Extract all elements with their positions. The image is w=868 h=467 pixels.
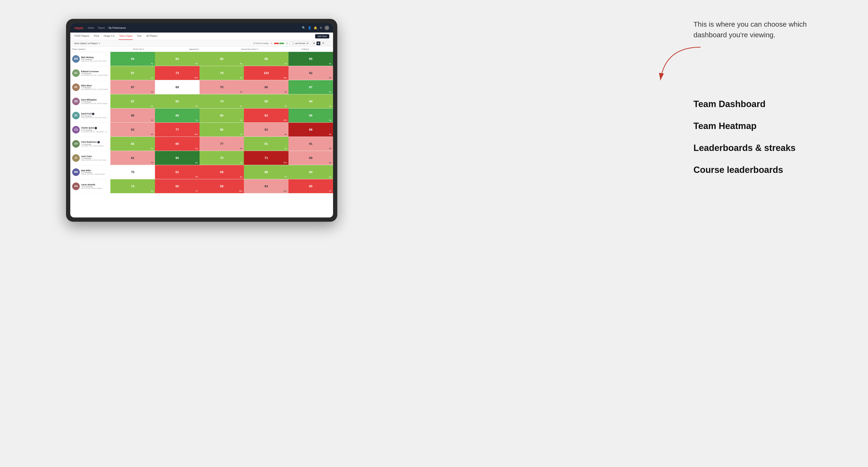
stat-change: 4▲ — [151, 63, 154, 64]
player-info: CQ Charlie Quick✓ 6-10 Handicap St. Geor… — [70, 123, 111, 136]
sub-nav: PGAT Players PGA Hcaps 1-5 Team Clippd T… — [70, 33, 333, 40]
player-details: Elliot Ebert 1-5 Handicap Sunningdale Go… — [81, 85, 108, 90]
stat-change: 6▼ — [284, 133, 287, 135]
edit-team-icon[interactable]: ✎ — [99, 42, 100, 44]
stat-value: 75 — [131, 170, 134, 174]
search-icon[interactable]: 🔍 — [302, 26, 305, 30]
tab-all-players[interactable]: All Players — [146, 33, 158, 40]
stat-cell: 871▲ — [111, 66, 155, 80]
stat-value: 74 — [220, 99, 223, 103]
table-row[interactable]: MM Matt Miller 6-10 Handicap Woburn Golf… — [70, 165, 333, 179]
stat-value: 80 — [220, 114, 223, 117]
round-change-label: 20 Round Change — [253, 42, 269, 44]
player-info: MM Matt Miller 6-10 Handicap Woburn Golf… — [70, 165, 111, 179]
stat-cell: 858▲ — [199, 52, 244, 66]
table-row[interactable]: CR Chris Robertson✓ 1-5 Handicap Craigmi… — [70, 137, 333, 151]
table-row[interactable]: BM Blair McHarg Plus Handicap Royal Nort… — [70, 52, 333, 66]
export-icon[interactable]: ↓ — [326, 41, 329, 45]
stat-value: 75 — [220, 156, 223, 160]
player-handicap: 1-5 Handicap — [81, 73, 108, 74]
player-club: Drift Golf Club, United Kingdom — [81, 187, 108, 189]
stat-change: 9▲ — [329, 63, 332, 64]
table-row[interactable]: AN Aaron Nicholls 11-15 Handicap Drift G… — [70, 179, 333, 193]
ipad-screen: clippd Home Teams My Performance 🔍 👤 🔔 ⚙… — [70, 23, 333, 217]
stat-value: 82 — [131, 142, 134, 146]
nav-my-performance[interactable]: My Performance — [108, 27, 126, 29]
stat-value: 92 — [309, 71, 312, 75]
stat-cell: 959▲ — [288, 52, 333, 66]
stat-change: 4▲ — [240, 176, 243, 178]
player-info: AN Aaron Nicholls 11-15 Handicap Drift G… — [70, 179, 111, 193]
tab-pga[interactable]: PGA — [93, 33, 99, 40]
player-name: Josh Coles — [81, 155, 108, 158]
player-handicap: Plus Handicap — [81, 59, 108, 60]
stat-value: 84 — [265, 184, 268, 188]
color-red — [274, 43, 279, 44]
stat-change: 3▼ — [329, 148, 332, 149]
stat-value: 88 — [265, 170, 268, 174]
team-controls: 20 Round Change -5 +5 📋 Last Rounds: 20 … — [253, 41, 329, 45]
stat-cell: 752▲ — [199, 151, 244, 165]
stat-change: 1▼ — [284, 63, 287, 64]
list-view-icon[interactable]: ☰ — [321, 41, 325, 45]
tab-team-clippd[interactable]: Team Clippd — [119, 33, 133, 40]
player-details: Chris Robertson✓ 1-5 Handicap Craigmilla… — [81, 141, 108, 147]
table-row[interactable]: EE Elliot Ebert 1-5 Handicap Sunningdale… — [70, 80, 333, 94]
stat-value: 85 — [309, 184, 312, 188]
player-club: Royal North Devon Golf Club, United King… — [81, 159, 108, 161]
player-handicap: 6-10 Handicap — [81, 129, 108, 131]
stat-value: 71 — [265, 156, 268, 160]
player-name: Aaron Nicholls — [81, 184, 108, 186]
bell-icon[interactable]: 🔔 — [314, 26, 317, 30]
stat-cell: 813▼ — [111, 151, 155, 165]
stat-cell: 8421▲ — [244, 179, 288, 193]
nav-home[interactable]: Home — [88, 27, 94, 29]
stat-change: 4▼ — [329, 190, 332, 192]
stat-change: 3▼ — [240, 91, 243, 93]
stat-value: 81 — [131, 156, 134, 160]
stat-change: 3▼ — [151, 133, 154, 135]
player-avatar: CR — [72, 140, 80, 148]
player-avatar: DF — [72, 112, 80, 119]
player-club: St. George's Hill GC - Weybridge - Surre… — [81, 131, 108, 132]
avatar[interactable]: U — [324, 26, 329, 30]
heatmap-view-icon[interactable]: ▦ — [316, 41, 320, 45]
stat-cell: 853▼ — [111, 108, 155, 122]
settings-icon[interactable]: ⚙ — [319, 26, 322, 30]
stat-change: 8▲ — [240, 63, 243, 64]
table-row[interactable]: CQ Charlie Quick✓ 6-10 Handicap St. Geor… — [70, 123, 333, 137]
table-row[interactable]: JC Josh Coles 1-5 Handicap Royal North D… — [70, 151, 333, 165]
table-row[interactable]: DB Dave Billingham 1-5 Handicap Gog Mago… — [70, 94, 333, 108]
tab-tour[interactable]: Tour — [136, 33, 142, 40]
stat-cell: 7111▼ — [244, 151, 288, 165]
stat-cell: 866▼ — [244, 80, 288, 94]
tab-hcaps[interactable]: Hcaps 1-5 — [103, 33, 115, 40]
stat-change: 15▲ — [283, 77, 287, 79]
player-handicap: Plus Handicap — [81, 115, 108, 117]
player-name: Elliot Ebert — [81, 85, 108, 87]
stat-change: 3▼ — [151, 162, 154, 163]
player-name: Chris Robertson✓ — [81, 141, 108, 144]
grid-view-icon[interactable]: ⊞ — [312, 41, 316, 45]
last-rounds-button[interactable]: 📋 Last Rounds: 20 — [290, 41, 310, 45]
stat-cell: 853▼ — [244, 94, 288, 108]
tab-pgat-players[interactable]: PGAT Players — [74, 33, 90, 40]
stat-change: 4▲ — [151, 105, 154, 107]
profile-icon[interactable]: 👤 — [308, 26, 311, 30]
nav-teams[interactable]: Teams — [98, 27, 105, 29]
player-info: EE Elliot Ebert 1-5 Handicap Sunningdale… — [70, 80, 111, 94]
add-team-button[interactable]: Add Team — [315, 34, 329, 38]
team-header: Team Clippd | 14 Players ✎ 20 Round Chan… — [70, 40, 333, 47]
stat-change: 2▼ — [284, 176, 287, 178]
table-row[interactable]: EC Edward Crossman 1-5 Handicap Sunningd… — [70, 66, 333, 80]
nav-icons: 🔍 👤 🔔 ⚙ U — [302, 26, 329, 30]
stat-value: 85 — [220, 57, 223, 61]
stat-change: 3▼ — [195, 176, 198, 178]
col-header-around-green: Around the Green ▾ — [222, 47, 277, 52]
stat-change: 14▼ — [195, 133, 198, 135]
stat-change: 5▲ — [329, 91, 332, 93]
table-row[interactable]: DF David Ford✓ Plus Handicap Royal North… — [70, 108, 333, 123]
option-leaderboards: Leaderboards & streaks — [693, 143, 859, 153]
player-details: Charlie Quick✓ 6-10 Handicap St. George'… — [81, 127, 108, 132]
stat-cell: 773▼ — [199, 137, 244, 151]
